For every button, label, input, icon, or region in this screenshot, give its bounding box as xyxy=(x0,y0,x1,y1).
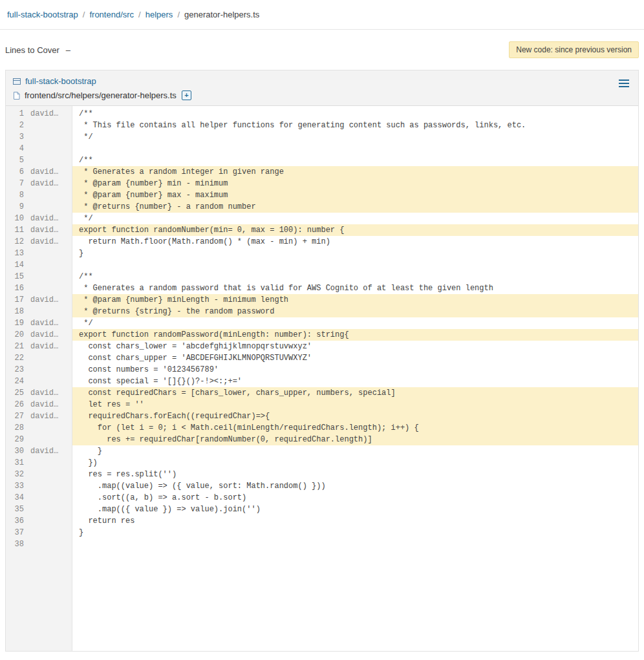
project-icon xyxy=(12,77,21,86)
code-text: .map(({ value }) => value).join('') xyxy=(72,504,638,515)
code-line: 38 xyxy=(6,538,638,550)
code-line: 21david… const chars_lower = 'abcdefghij… xyxy=(6,341,638,352)
code-text: for (let i = 0; i < Math.ceil(minLength/… xyxy=(72,422,638,434)
line-number[interactable]: 36 xyxy=(6,515,30,527)
code-text: return Math.floor(Math.random() * (max -… xyxy=(72,236,638,248)
line-number[interactable]: 14 xyxy=(6,259,30,271)
code-line: 24 const special = '[]{}()?-!><:;+=' xyxy=(6,376,638,387)
new-code-period-badge: New code: since previous version xyxy=(509,41,639,58)
code-text: * Generates a random password that is va… xyxy=(72,282,638,294)
breadcrumb-separator: / xyxy=(83,10,85,19)
line-number[interactable]: 26 xyxy=(6,399,30,410)
code-line: 15/** xyxy=(6,271,638,282)
scm-author xyxy=(30,422,72,434)
line-number[interactable]: 22 xyxy=(6,352,30,364)
line-number[interactable]: 20 xyxy=(6,329,30,341)
code-text: } xyxy=(72,248,638,259)
scm-author: david… xyxy=(30,445,72,457)
code-line: 29 res += requiredChar[randomNumber(0, r… xyxy=(6,434,638,445)
code-line: 14 xyxy=(6,259,638,271)
code-line: 31 }) xyxy=(6,457,638,469)
line-number[interactable]: 16 xyxy=(6,282,30,294)
code-text xyxy=(72,538,638,550)
scm-author xyxy=(30,271,72,282)
line-number[interactable]: 30 xyxy=(6,445,30,457)
line-number[interactable]: 38 xyxy=(6,538,30,550)
code-line: 37} xyxy=(6,527,638,538)
line-number[interactable]: 2 xyxy=(6,120,30,131)
breadcrumb-directory-link[interactable]: frontend/src xyxy=(89,10,134,19)
scm-author xyxy=(30,469,72,480)
line-number[interactable]: 24 xyxy=(6,376,30,387)
scm-author: david… xyxy=(30,178,72,189)
scm-author xyxy=(30,131,72,143)
code-line: 4 xyxy=(6,143,638,154)
measure-bar: Lines to Cover – New code: since previou… xyxy=(0,30,644,70)
scm-author: david… xyxy=(30,236,72,248)
code-text: */ xyxy=(72,213,638,224)
code-line: 10david… */ xyxy=(6,213,638,224)
breadcrumb-subdirectory-link[interactable]: helpers xyxy=(145,10,173,19)
line-number[interactable]: 31 xyxy=(6,457,30,469)
project-name-link[interactable]: full-stack-bootstrap xyxy=(25,76,96,86)
scm-author xyxy=(30,143,72,154)
scm-author xyxy=(30,434,72,445)
line-number[interactable]: 13 xyxy=(6,248,30,259)
line-number[interactable]: 35 xyxy=(6,504,30,515)
line-number[interactable]: 19 xyxy=(6,317,30,329)
code-line: 25david… const requiredChars = [chars_lo… xyxy=(6,387,638,399)
code-text: /** xyxy=(72,108,638,120)
scm-author: david… xyxy=(30,387,72,399)
code-line: 28 for (let i = 0; i < Math.ceil(minLeng… xyxy=(6,422,638,434)
code-text: res = res.split('') xyxy=(72,469,638,480)
line-number[interactable]: 37 xyxy=(6,527,30,538)
code-text: */ xyxy=(72,131,638,143)
scm-author: david… xyxy=(30,224,72,236)
scm-author: david… xyxy=(30,329,72,341)
line-number[interactable]: 21 xyxy=(6,341,30,352)
measures-list-menu-button[interactable] xyxy=(617,78,630,89)
code-text: }) xyxy=(72,457,638,469)
line-number[interactable]: 9 xyxy=(6,201,30,213)
code-line: 18 * @returns {string} - the random pass… xyxy=(6,306,638,317)
code-text xyxy=(72,143,638,154)
line-number[interactable]: 25 xyxy=(6,387,30,399)
code-text xyxy=(72,259,638,271)
line-number[interactable]: 28 xyxy=(6,422,30,434)
breadcrumb-separator: / xyxy=(138,10,141,19)
line-number[interactable]: 34 xyxy=(6,492,30,504)
line-number[interactable]: 3 xyxy=(6,131,30,143)
file-icon xyxy=(12,91,21,100)
line-number[interactable]: 4 xyxy=(6,143,30,154)
code-text: const requiredChars = [chars_lower, char… xyxy=(72,387,638,399)
line-number[interactable]: 7 xyxy=(6,178,30,189)
line-number[interactable]: 5 xyxy=(6,154,30,166)
pin-file-button[interactable]: + xyxy=(182,90,191,100)
line-number[interactable]: 27 xyxy=(6,410,30,422)
line-number[interactable]: 32 xyxy=(6,469,30,480)
code-line: 12david… return Math.floor(Math.random()… xyxy=(6,236,638,248)
code-line: 17david… * @param {number} minLength - m… xyxy=(6,294,638,306)
code-text: * @returns {string} - the random passwor… xyxy=(72,306,638,317)
code-line: 8 * @param {number} max - maximum xyxy=(6,189,638,201)
line-number[interactable]: 29 xyxy=(6,434,30,445)
code-line: 9 * @returns {number} - a random number xyxy=(6,201,638,213)
code-line: 19david… */ xyxy=(6,317,638,329)
line-number[interactable]: 17 xyxy=(6,294,30,306)
line-number[interactable]: 8 xyxy=(6,189,30,201)
scm-author xyxy=(30,457,72,469)
code-line: 36 return res xyxy=(6,515,638,527)
line-number[interactable]: 6 xyxy=(6,166,30,178)
line-number[interactable]: 23 xyxy=(6,364,30,376)
line-number[interactable]: 10 xyxy=(6,213,30,224)
line-number[interactable]: 12 xyxy=(6,236,30,248)
line-number[interactable]: 11 xyxy=(6,224,30,236)
line-number[interactable]: 18 xyxy=(6,306,30,317)
line-number[interactable]: 33 xyxy=(6,480,30,492)
line-number[interactable]: 1 xyxy=(6,108,30,120)
line-number[interactable]: 15 xyxy=(6,271,30,282)
code-text: let res = '' xyxy=(72,399,638,410)
code-line: 26david… let res = '' xyxy=(6,399,638,410)
code-line: 13} xyxy=(6,248,638,259)
breadcrumb-project-link[interactable]: full-stack-bootstrap xyxy=(7,10,78,19)
